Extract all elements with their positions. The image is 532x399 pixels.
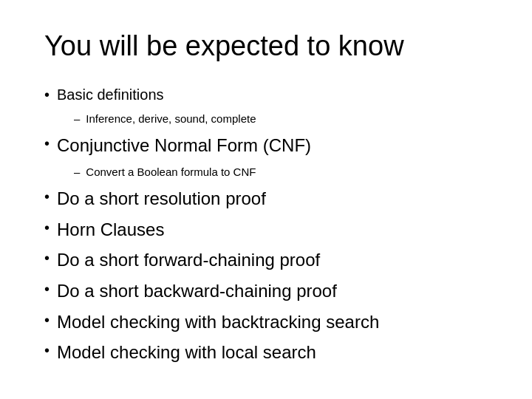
bullet-dot: • (44, 279, 50, 299)
sub-item: – Inference, derive, sound, complete (74, 111, 488, 128)
sub-dash: – (74, 164, 80, 181)
bullet-text: Conjunctive Normal Form (CNF) (57, 133, 311, 158)
bullet-dot: • (44, 133, 50, 154)
bullet-text: Do a short forward-chaining proof (57, 248, 320, 273)
bullet-text: Do a short resolution proof (57, 186, 266, 211)
bullet-text: Basic definitions (57, 84, 164, 105)
bullet-text: Model checking with backtracking search (57, 310, 379, 335)
list-item: • Do a short forward-chaining proof (44, 248, 488, 273)
bullet-text: Horn Clauses (57, 217, 164, 242)
list-item: • Model checking with backtracking searc… (44, 310, 488, 335)
list-item: • Do a short resolution proof (44, 186, 488, 211)
list-item: • Do a short backward-chaining proof (44, 279, 488, 304)
sub-text: Inference, derive, sound, complete (86, 111, 256, 128)
sub-item: – Convert a Boolean formula to CNF (74, 164, 488, 181)
content-area: • Basic definitions – Inference, derive,… (44, 84, 488, 371)
bullet-text: Do a short backward-chaining proof (57, 279, 337, 304)
slide-title: You will be expected to know (44, 30, 488, 64)
list-item: • Horn Clauses (44, 217, 488, 242)
bullet-dot: • (44, 217, 50, 238)
sub-text: Convert a Boolean formula to CNF (86, 164, 256, 181)
slide: You will be expected to know • Basic def… (0, 0, 532, 399)
bullet-dot: • (44, 340, 50, 361)
bullet-dot: • (44, 186, 50, 207)
list-item: • Basic definitions (44, 84, 488, 105)
bullet-dot: • (44, 310, 50, 330)
bullet-text: Model checking with local search (57, 340, 316, 365)
list-item: • Model checking with local search (44, 340, 488, 365)
list-item: • Conjunctive Normal Form (CNF) (44, 133, 488, 158)
bullet-dot: • (44, 248, 50, 268)
bullet-dot: • (44, 84, 50, 105)
sub-dash: – (74, 111, 80, 128)
